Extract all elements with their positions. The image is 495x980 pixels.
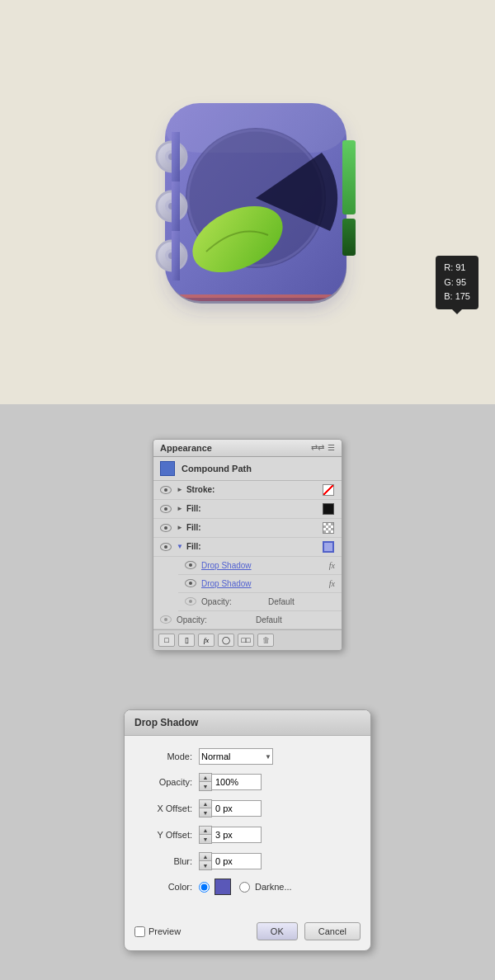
y-offset-spinner: ▲ ▼	[199, 826, 262, 844]
compound-swatch	[160, 461, 175, 476]
notebook-icon	[124, 78, 371, 326]
x-offset-label: X Offset:	[134, 803, 192, 813]
delete-effect-button[interactable]: □□	[238, 634, 254, 647]
color-radio[interactable]	[199, 882, 210, 893]
opacity-label: Opacity:	[134, 777, 192, 787]
blur-label: Blur:	[134, 856, 192, 866]
eye-icon-8[interactable]	[160, 615, 172, 624]
svg-rect-4	[165, 294, 346, 298]
mode-label: Mode:	[134, 751, 192, 761]
arrow-1: ►	[177, 486, 183, 493]
fill-swatch-3	[322, 540, 335, 554]
stroke-row: ► Stroke:	[153, 481, 342, 500]
new-item-button[interactable]: □	[158, 634, 175, 647]
opacity-label-2: Opacity:	[177, 615, 256, 624]
opacity-down[interactable]: ▼	[200, 782, 211, 790]
bottom-section: Drop Shadow Mode: Normal Multiply Screen…	[0, 685, 495, 980]
y-offset-row: Y Offset: ▲ ▼ R: 91 G: 95 B: 175	[134, 826, 361, 844]
arrow-3: ►	[177, 524, 183, 531]
blur-up[interactable]: ▲	[200, 853, 211, 861]
arrow-2: ►	[177, 505, 183, 512]
eye-icon-1[interactable]	[160, 486, 172, 494]
fill-row-3: ▼ Fill:	[153, 538, 342, 557]
color-label: Color:	[134, 882, 192, 892]
eye-icon-4[interactable]	[160, 543, 172, 551]
preview-checkbox[interactable]	[134, 926, 145, 937]
y-offset-input[interactable]	[212, 827, 262, 843]
mode-row: Mode: Normal Multiply Screen Overlay ▼	[134, 748, 361, 765]
eye-icon-3[interactable]	[160, 524, 172, 532]
darkness-radio[interactable]	[239, 882, 250, 893]
opacity-up[interactable]: ▲	[200, 774, 211, 782]
mode-select-wrapper: Normal Multiply Screen Overlay ▼	[199, 748, 273, 765]
clear-button[interactable]: ◯	[218, 634, 234, 647]
x-offset-input[interactable]	[212, 800, 262, 817]
opacity-value-1: Default	[268, 597, 335, 606]
middle-section: Appearance ⇄⇄ ☰ Compound Path ► Stroke:	[0, 404, 495, 685]
svg-rect-22	[172, 231, 180, 280]
compound-path-header: Compound Path	[153, 457, 342, 481]
opacity-spinner-buttons: ▲ ▼	[199, 773, 212, 791]
fill-label-2: Fill:	[186, 523, 322, 532]
arrow-4: ▼	[177, 543, 183, 550]
canvas-area	[0, 0, 495, 404]
x-offset-up[interactable]: ▲	[200, 800, 211, 808]
x-offset-down[interactable]: ▼	[200, 808, 211, 817]
panel-toolbar: □ ▯ fx ◯ □□ 🗑	[153, 629, 342, 650]
fill-row-2: ► Fill:	[153, 519, 342, 538]
fx-button[interactable]: fx	[198, 634, 214, 647]
color-swatch[interactable]	[214, 879, 231, 895]
blur-spinner: ▲ ▼	[199, 852, 262, 870]
blur-input[interactable]	[212, 853, 262, 869]
fill-swatch-1	[322, 502, 335, 516]
fill-swatch-2	[322, 521, 335, 535]
menu-icon[interactable]: ☰	[328, 443, 335, 452]
svg-rect-7	[342, 219, 356, 256]
x-offset-row: X Offset: ▲ ▼	[134, 799, 361, 817]
duplicate-button[interactable]: ▯	[178, 634, 195, 647]
blur-spinner-buttons: ▲ ▼	[199, 852, 212, 870]
drop-shadow-row-1: Drop Shadow fx	[178, 557, 342, 575]
preview-label: Preview	[148, 926, 181, 936]
ok-button[interactable]: OK	[257, 922, 298, 940]
mode-select[interactable]: Normal Multiply Screen Overlay	[199, 748, 273, 765]
fx-icon-1: fx	[329, 561, 335, 570]
fx-icon-2: fx	[329, 579, 335, 588]
svg-rect-21	[172, 181, 180, 231]
fill-label-3: Fill:	[186, 542, 322, 551]
opacity-input[interactable]	[212, 774, 262, 790]
opacity-value-2: Default	[256, 615, 335, 624]
eye-icon-6[interactable]	[185, 579, 196, 587]
y-offset-up[interactable]: ▲	[200, 827, 211, 835]
opacity-row-1: Opacity: Default	[178, 593, 342, 611]
panel-title: Appearance	[160, 443, 212, 453]
color-row: Color: Darkne...	[134, 879, 361, 895]
appearance-panel: Appearance ⇄⇄ ☰ Compound Path ► Stroke:	[153, 439, 342, 651]
drop-shadow-label-1[interactable]: Drop Shadow	[201, 561, 329, 570]
cancel-button[interactable]: Cancel	[304, 922, 361, 940]
blur-down[interactable]: ▼	[200, 861, 211, 869]
x-offset-spinner: ▲ ▼	[199, 799, 262, 817]
delete-button[interactable]: 🗑	[257, 634, 274, 647]
fill-row-1: ► Fill:	[153, 500, 342, 519]
opacity-spinner: ▲ ▼	[199, 773, 262, 791]
opacity-row-2: Opacity: Default	[153, 611, 342, 629]
eye-icon-2[interactable]	[160, 505, 172, 513]
eye-icon-7[interactable]	[185, 597, 196, 605]
drop-shadow-label-2[interactable]: Drop Shadow	[201, 579, 329, 588]
dialog-title: Drop Shadow	[125, 710, 370, 736]
collapse-icon[interactable]: ⇄⇄	[311, 443, 324, 452]
color-radio-group: Darkne...	[199, 879, 292, 895]
dialog-content: Mode: Normal Multiply Screen Overlay ▼ O…	[125, 736, 370, 916]
darkness-label: Darkne...	[255, 882, 292, 892]
y-offset-spinner-buttons: ▲ ▼	[199, 826, 212, 844]
svg-rect-6	[342, 140, 356, 214]
eye-icon-5[interactable]	[185, 561, 196, 569]
preview-checkbox-group: Preview	[134, 926, 181, 937]
y-offset-down[interactable]: ▼	[200, 835, 211, 843]
drop-shadow-row-2: Drop Shadow fx	[178, 575, 342, 593]
panel-titlebar: Appearance ⇄⇄ ☰	[153, 440, 342, 457]
blur-row: Blur: ▲ ▼	[134, 852, 361, 870]
opacity-row: Opacity: ▲ ▼	[134, 773, 361, 791]
stroke-icon	[322, 483, 335, 497]
